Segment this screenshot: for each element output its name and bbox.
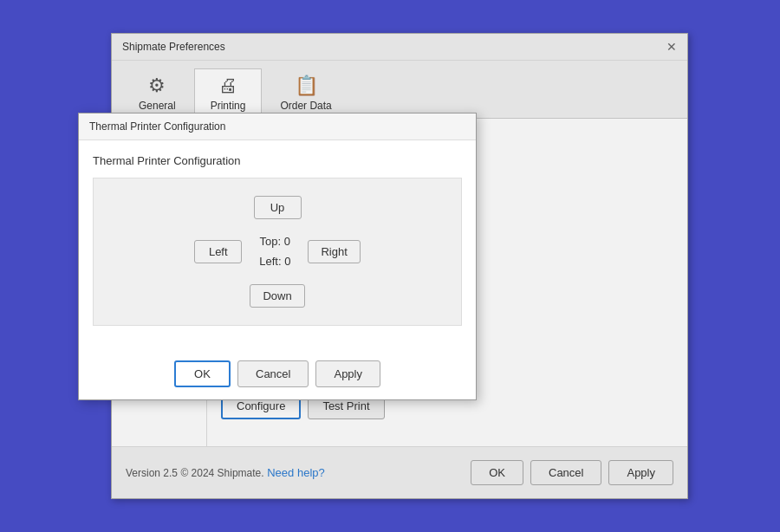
- direction-pad: Up Left Top: 0 Left: 0 Right Down: [93, 178, 462, 326]
- modal-section-title: Thermal Printer Configuration: [93, 154, 462, 167]
- down-button[interactable]: Down: [250, 284, 304, 308]
- up-row: Up: [254, 196, 302, 219]
- middle-row: Left Top: 0 Left: 0 Right: [194, 231, 361, 272]
- left-button[interactable]: Left: [194, 240, 242, 263]
- up-button[interactable]: Up: [254, 196, 302, 219]
- modal-ok-button[interactable]: OK: [174, 360, 231, 387]
- down-row: Down: [250, 284, 304, 308]
- modal-title: Thermal Printer Configuration: [89, 120, 225, 133]
- right-button[interactable]: Right: [308, 240, 360, 263]
- modal-apply-button[interactable]: Apply: [315, 360, 380, 387]
- modal-title-bar: Thermal Printer Configuration: [79, 114, 476, 140]
- left-value: Left: 0: [259, 251, 290, 271]
- top-value: Top: 0: [259, 231, 290, 251]
- modal-cancel-button[interactable]: Cancel: [237, 360, 309, 387]
- modal-body: Thermal Printer Configuration Up Left To…: [79, 140, 476, 352]
- position-info: Top: 0 Left: 0: [259, 231, 290, 272]
- modal-buttons: OK Cancel Apply: [79, 352, 476, 399]
- thermal-printer-dialog: Thermal Printer Configuration Thermal Pr…: [78, 113, 477, 400]
